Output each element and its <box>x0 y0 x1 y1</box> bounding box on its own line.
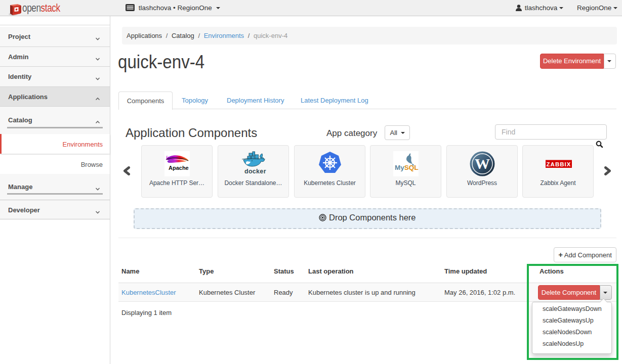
svg-text:docker: docker <box>244 168 266 175</box>
svg-text:Apache: Apache <box>169 165 189 171</box>
svg-text:MySQL.: MySQL. <box>395 164 419 171</box>
svg-text:W: W <box>475 155 490 172</box>
svg-text:ZABBIX: ZABBIX <box>546 161 571 167</box>
